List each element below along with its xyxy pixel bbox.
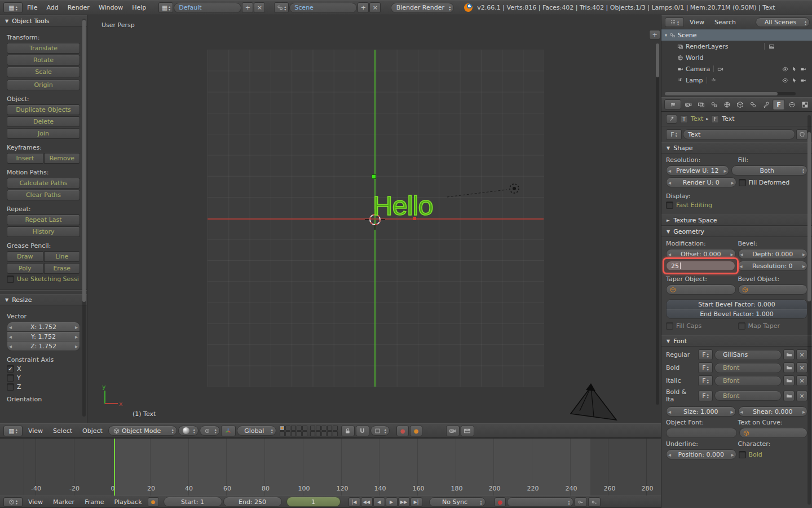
menu-render[interactable]: Render xyxy=(63,4,94,11)
delete-button[interactable]: Delete xyxy=(7,116,80,127)
region-expand-button[interactable]: + xyxy=(649,30,660,40)
screen-layout-add-button[interactable]: + xyxy=(242,2,253,13)
layer-cell[interactable] xyxy=(291,431,296,436)
render-u-field[interactable]: ◂ Render U: 0 ▸ xyxy=(666,177,736,187)
text-object-hello[interactable]: Hello xyxy=(373,192,433,220)
menu-help[interactable]: Help xyxy=(127,4,151,11)
tab-scene[interactable] xyxy=(708,99,720,110)
current-frame-field[interactable]: 1 xyxy=(286,497,341,507)
breadcrumb-object[interactable]: Text xyxy=(691,115,703,122)
menu-frame[interactable]: Frame xyxy=(80,498,108,506)
layer-cell[interactable] xyxy=(316,426,321,431)
insert-keyframe-button[interactable] xyxy=(575,497,587,507)
menu-search[interactable]: Search xyxy=(710,19,740,26)
tab-render-layers[interactable] xyxy=(695,99,707,110)
layer-cell[interactable] xyxy=(321,426,326,431)
snap-toggle[interactable] xyxy=(356,426,369,436)
keying-set-dropdown[interactable]: ▴▾ xyxy=(507,497,573,507)
duplicate-objects-button[interactable]: Duplicate Objects xyxy=(7,104,80,115)
increment-icon[interactable]: ▸ xyxy=(729,251,735,257)
layer-cell[interactable] xyxy=(316,431,321,436)
bold-italic-font-field[interactable]: Bfont xyxy=(714,391,782,401)
unlink-font-button[interactable]: × xyxy=(796,375,807,386)
resize-panel-header[interactable]: ▼ Resize xyxy=(0,294,87,305)
menu-view[interactable]: View xyxy=(24,498,47,506)
jump-to-start-button[interactable]: |◀ xyxy=(348,497,360,507)
scene-browse-button[interactable]: ▴▾ xyxy=(274,2,289,13)
shape-panel-header[interactable]: ▼ Shape xyxy=(661,142,812,154)
previous-keyframe-button[interactable]: ◀◀ xyxy=(361,497,373,507)
geometry-panel-header[interactable]: ▼ Geometry xyxy=(661,226,812,237)
manipulator-toggle[interactable] xyxy=(221,426,236,436)
opengl-render-animation-button[interactable] xyxy=(461,426,474,436)
grease-line-button[interactable]: Line xyxy=(44,251,81,262)
start-bevel-factor-slider[interactable]: Start Bevel Factor: 0.000 xyxy=(666,299,807,309)
bevel-depth-field[interactable]: ◂ Depth: 0.000 ▸ xyxy=(738,249,808,259)
decrement-icon[interactable]: ◂ xyxy=(667,251,673,257)
outliner-row-scene[interactable]: ▾ Scene xyxy=(661,29,812,41)
fast-editing-checkbox[interactable] xyxy=(666,202,673,209)
rotate-button[interactable]: Rotate xyxy=(7,55,80,65)
increment-icon[interactable]: ▸ xyxy=(73,343,80,349)
texture-space-panel-header[interactable]: ► Texture Space xyxy=(661,214,812,226)
layer-cell[interactable] xyxy=(310,431,315,436)
pointer-icon[interactable] xyxy=(791,77,797,84)
menu-playback[interactable]: Playback xyxy=(109,498,146,506)
decrement-icon[interactable]: ◂ xyxy=(667,409,673,415)
unlink-font-button[interactable]: × xyxy=(796,349,807,360)
tab-constraints[interactable] xyxy=(747,99,759,110)
disclosure-triangle-icon[interactable]: ▾ xyxy=(665,33,667,38)
taper-object-field[interactable] xyxy=(666,284,736,295)
eye-icon[interactable] xyxy=(782,66,788,72)
decrement-icon[interactable]: ◂ xyxy=(739,409,745,415)
translate-button[interactable]: Translate xyxy=(7,43,80,54)
orientation-dropdown[interactable]: Global ▴▾ xyxy=(237,426,276,436)
increment-icon[interactable]: ▸ xyxy=(730,179,736,186)
editor-type-button[interactable]: ▦ ▴▾ xyxy=(3,426,23,436)
menu-window[interactable]: Window xyxy=(94,4,127,11)
render-restrict-icon[interactable] xyxy=(800,66,806,72)
render-restrict-icon[interactable] xyxy=(800,77,806,84)
increment-icon[interactable]: ▸ xyxy=(729,409,735,415)
tab-modifiers[interactable] xyxy=(760,99,772,110)
id-browse-button[interactable]: F ▴▾ xyxy=(666,129,682,140)
font-browse-button[interactable]: F▴▾ xyxy=(698,362,713,373)
history-button[interactable]: History xyxy=(7,226,80,237)
layer-cell[interactable] xyxy=(327,426,332,431)
pin-button[interactable] xyxy=(666,115,677,124)
tab-object-data[interactable]: F xyxy=(773,99,785,110)
layer-cell[interactable] xyxy=(280,431,285,436)
object-font-field[interactable] xyxy=(666,428,737,438)
increment-icon[interactable]: ▸ xyxy=(801,263,807,269)
decrement-icon[interactable]: ◂ xyxy=(7,334,14,340)
lamp-object[interactable] xyxy=(510,184,519,193)
screen-layout-name-field[interactable]: Default xyxy=(174,3,241,13)
open-font-button[interactable] xyxy=(783,349,795,360)
layer-cell[interactable] xyxy=(302,426,307,431)
extrude-field-editing[interactable]: 25 xyxy=(666,261,735,271)
scene-name-field[interactable]: Scene xyxy=(289,3,357,13)
pivot-point-dropdown[interactable]: ▴▾ xyxy=(200,426,220,436)
remove-keyframe-button[interactable]: Remove xyxy=(44,153,81,164)
fake-user-button[interactable] xyxy=(796,129,807,140)
viewport-3d[interactable]: Hello User Persp y x (1) Text + xyxy=(87,15,661,423)
layer-cell[interactable] xyxy=(297,431,302,436)
layer-cell[interactable] xyxy=(285,426,290,431)
tool-shelf-scrollbar[interactable] xyxy=(82,19,86,417)
layer-cell[interactable] xyxy=(285,431,290,436)
eye-icon[interactable] xyxy=(782,77,788,84)
layer-cell[interactable] xyxy=(333,431,338,436)
outliner-row-lamp[interactable]: Lamp xyxy=(661,75,812,86)
clear-paths-button[interactable]: Clear Paths xyxy=(7,190,80,200)
tab-texture[interactable] xyxy=(798,99,811,110)
unlink-font-button[interactable]: × xyxy=(796,362,807,373)
tab-world[interactable] xyxy=(721,99,733,110)
constraint-z-checkbox[interactable] xyxy=(7,383,14,391)
text-on-curve-field[interactable] xyxy=(739,428,808,438)
outliner-row-renderlayers[interactable]: RenderLayers xyxy=(661,41,812,52)
auto-keyframe-toggle[interactable]: ● xyxy=(495,497,506,507)
next-keyframe-button[interactable]: ▶▶ xyxy=(398,497,410,507)
font-browse-button[interactable]: F▴▾ xyxy=(698,391,713,401)
menu-file[interactable]: File xyxy=(23,4,42,11)
tab-object[interactable] xyxy=(734,99,746,110)
